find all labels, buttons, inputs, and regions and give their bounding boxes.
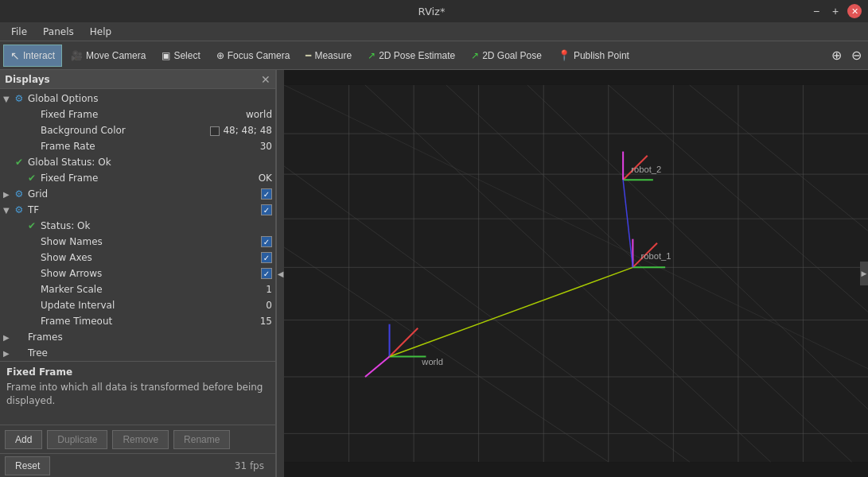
icon-tree	[13, 347, 25, 359]
icon-fr	[25, 140, 38, 153]
displays-tree[interactable]: ▼ ⚙ Global Options Fixed Frame world Bac…	[0, 89, 275, 361]
bottom-reset-row: Reset 31 fps	[0, 453, 275, 477]
value-ui: 0	[266, 300, 272, 311]
tree-row-frames[interactable]: ▶ Frames	[0, 329, 275, 345]
move-camera-button[interactable]: 🎥 Move Camera	[64, 45, 153, 67]
viewport-svg: world robot_1 robot_2	[284, 70, 868, 477]
tree-row-tf[interactable]: ▼ ⚙ TF ✓	[0, 202, 275, 218]
tree-row-tree[interactable]: ▶ Tree	[0, 345, 275, 361]
cursor-icon: ↖	[10, 49, 20, 62]
check-icon-gs: ✔	[13, 156, 25, 169]
icon-ms	[25, 283, 38, 296]
svg-text:robot_2: robot_2	[631, 165, 661, 174]
icon-frames	[13, 331, 25, 343]
publish-point-label: Publish Point	[574, 50, 629, 61]
arrow-tree: ▶	[3, 349, 13, 358]
arrow-tf: ▼	[3, 206, 13, 215]
tree-row-update-interval[interactable]: Update Interval 0	[0, 297, 275, 313]
measure-button[interactable]: ━ Measure	[298, 45, 359, 67]
icon-sar	[25, 267, 38, 280]
tree-row-frame-timeout[interactable]: Frame Timeout 15	[0, 313, 275, 329]
tree-row-global-status[interactable]: ✔ Global Status: Ok	[0, 154, 275, 170]
left-panel-collapse-handle[interactable]: ◀	[276, 70, 284, 477]
tree-row-global-options[interactable]: ▼ ⚙ Global Options	[0, 91, 275, 107]
icon-ft	[25, 315, 38, 328]
label-ui: Update Interval	[41, 300, 263, 311]
toolbar-add-button[interactable]: ⊕	[828, 46, 845, 64]
duplicate-button[interactable]: Duplicate	[47, 430, 107, 449]
select-label: Select	[173, 50, 200, 61]
label-sn: Show Names	[41, 236, 261, 247]
focus-icon: ⊕	[216, 50, 224, 61]
menu-file[interactable]: File	[3, 25, 35, 39]
description-title: Fixed Frame	[6, 366, 269, 378]
viewport-handle-icon: ▶	[862, 270, 867, 277]
value-ffok: OK	[259, 173, 272, 184]
focus-camera-button[interactable]: ⊕ Focus Camera	[209, 45, 298, 67]
tree-row-bgcolor[interactable]: Background Color 48; 48; 48	[0, 122, 275, 138]
2d-goal-button[interactable]: ↗ 2D Goal Pose	[464, 45, 549, 67]
check-sn[interactable]: ✓	[261, 236, 272, 247]
value-ms: 1	[266, 284, 272, 295]
3d-viewport[interactable]: world robot_1 robot_2 ▶	[284, 70, 868, 477]
label-ffok: Fixed Frame	[41, 173, 255, 184]
tree-row-framerate[interactable]: Frame Rate 30	[0, 138, 275, 154]
label-tfs: Status: Ok	[41, 220, 272, 231]
tree-row-fixed-frame[interactable]: Fixed Frame world	[0, 107, 275, 122]
label-tree: Tree	[28, 347, 272, 359]
description-panel: Fixed Frame Frame into which all data is…	[0, 361, 275, 425]
tree-row-tf-status[interactable]: ✔ Status: Ok	[0, 218, 275, 234]
maximize-button[interactable]: +	[828, 4, 843, 18]
icon-sa	[25, 251, 38, 264]
tree-row-show-arrows[interactable]: Show Arrows ✓	[0, 266, 275, 281]
2d-pose-button[interactable]: ↗ 2D Pose Estimate	[360, 45, 462, 67]
label-frames: Frames	[28, 332, 272, 343]
tree-row-ff-ok[interactable]: ✔ Fixed Frame OK	[0, 170, 275, 186]
window-title: RViz*	[54, 6, 809, 17]
move-camera-label: Move Camera	[86, 50, 146, 61]
label-bgcolor: Background Color	[41, 125, 207, 136]
goal-icon: ↗	[471, 50, 479, 61]
menu-help[interactable]: Help	[82, 25, 119, 39]
label-gs: Global Status: Ok	[28, 157, 272, 168]
icon-bgcolor	[25, 124, 38, 137]
rename-button[interactable]: Rename	[173, 430, 230, 449]
publish-point-button[interactable]: 📍 Publish Point	[551, 45, 636, 67]
gear-icon-grid: ⚙	[13, 188, 25, 200]
value-fr: 30	[260, 141, 272, 152]
displays-title: Displays	[5, 74, 50, 85]
description-text: Frame into which all data is transformed…	[6, 381, 269, 408]
check-sa[interactable]: ✓	[261, 252, 272, 263]
add-button[interactable]: Add	[5, 430, 42, 449]
menu-panels[interactable]: Panels	[35, 25, 82, 39]
minimize-button[interactable]: −	[809, 4, 823, 18]
check-tf[interactable]: ✓	[261, 204, 272, 215]
reset-button[interactable]: Reset	[5, 456, 50, 475]
toolbar: ↖ Interact 🎥 Move Camera ▣ Select ⊕ Focu…	[0, 41, 868, 70]
interact-button[interactable]: ↖ Interact	[3, 45, 62, 67]
tree-row-marker-scale[interactable]: Marker Scale 1	[0, 281, 275, 297]
focus-camera-label: Focus Camera	[228, 50, 290, 61]
close-button[interactable]: ✕	[847, 4, 862, 18]
interact-label: Interact	[23, 50, 55, 61]
tree-row-show-axes[interactable]: Show Axes ✓	[0, 250, 275, 266]
toolbar-remove-button[interactable]: ⊖	[848, 46, 865, 64]
remove-button[interactable]: Remove	[112, 430, 169, 449]
label-grid: Grid	[28, 188, 261, 200]
arrow-global: ▼	[3, 95, 13, 103]
label-ff: Fixed Frame	[41, 109, 243, 120]
tree-row-show-names[interactable]: Show Names ✓	[0, 234, 275, 250]
2d-pose-label: 2D Pose Estimate	[379, 50, 455, 61]
displays-header: Displays ✕	[0, 70, 275, 89]
displays-close-button[interactable]: ✕	[261, 73, 271, 86]
check-sar[interactable]: ✓	[261, 268, 272, 279]
value-bgcolor: 48; 48; 48	[210, 125, 272, 136]
check-grid[interactable]: ✓	[261, 188, 272, 200]
value-ft: 15	[260, 316, 272, 327]
select-button[interactable]: ▣ Select	[154, 45, 207, 67]
ruler-icon: ━	[306, 50, 311, 61]
tree-row-grid[interactable]: ▶ ⚙ Grid ✓	[0, 186, 275, 202]
value-ff: world	[246, 109, 272, 120]
point-icon: 📍	[558, 49, 570, 61]
viewport-right-handle[interactable]: ▶	[860, 262, 868, 285]
